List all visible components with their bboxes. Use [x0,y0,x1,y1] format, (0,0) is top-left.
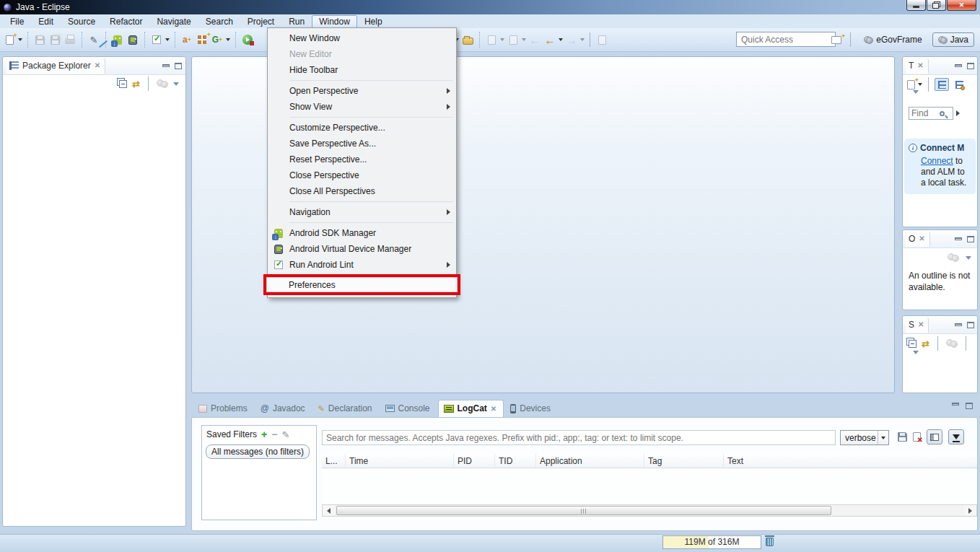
next-annotation-dropdown[interactable] [500,38,504,41]
save-button[interactable] [33,32,46,47]
tab-s-panel[interactable]: S ✕ [906,317,929,333]
focus-icon[interactable] [157,79,168,88]
maximize-panel-icon[interactable] [967,63,974,69]
close-tab-icon[interactable]: ✕ [918,320,924,328]
pencil-slash-button[interactable]: ✎ [87,32,100,47]
tab-task-list[interactable]: T ✕ [906,58,929,74]
close-button[interactable]: ✕ [947,0,976,11]
remove-filter-icon[interactable]: − [271,429,277,439]
menu-source[interactable]: Source [61,15,102,28]
menu-item-run-android-lint[interactable]: ✓Run Android Lint [268,257,456,273]
tab-logcat[interactable]: LogCat✕ [438,400,504,417]
perspective-egovframe-button[interactable]: eGovFrame [858,32,927,47]
minimize-panel-icon[interactable] [955,64,962,67]
menu-window[interactable]: Window [312,15,357,28]
link-with-editor-icon[interactable]: ⇄ [922,339,929,349]
new-task-dropdown[interactable] [918,83,922,86]
find-input[interactable] [911,108,937,118]
next-annotation-button[interactable] [485,32,498,47]
new-wizard-button[interactable]: + [3,32,16,47]
previous-annotation-dropdown[interactable] [522,38,526,41]
scroll-to-end-toggle[interactable] [948,429,964,444]
link-with-editor-button[interactable] [595,32,608,47]
link-with-editor-icon[interactable]: ⇄ [132,79,140,89]
view-menu-icon[interactable] [913,351,919,364]
garbage-collect-icon[interactable] [766,538,774,546]
tab-problems[interactable]: Problems [193,400,254,417]
menu-project[interactable]: Project [240,15,281,28]
maximize-panel-icon[interactable] [966,403,973,409]
forward-button[interactable]: → [565,32,578,47]
back-button[interactable]: ← [543,32,556,47]
perspective-java-button[interactable]: Java [932,32,974,47]
restore-button[interactable] [927,0,946,11]
android-sdk-manager-button[interactable] [111,32,124,47]
minimize-panel-icon[interactable] [952,403,959,406]
menu-run[interactable]: Run [281,15,312,28]
quick-access-input[interactable] [736,32,836,47]
column-application[interactable]: Application [536,454,644,468]
menu-item-new-window[interactable]: New Window [268,30,456,46]
connect-link[interactable]: Connect [921,156,953,166]
menu-item-reset-perspective[interactable]: Reset Perspective... [268,152,456,167]
new-xml-file-button[interactable]: a+ [180,32,193,47]
menu-search[interactable]: Search [198,15,240,28]
open-element-button[interactable] [461,32,474,47]
column-text[interactable]: Text [724,454,977,468]
tab-devices[interactable]: Devices [505,400,557,417]
menu-refactor[interactable]: Refactor [102,15,149,28]
view-menu-icon[interactable] [966,256,971,260]
menu-item-navigation[interactable]: Navigation [268,204,456,220]
minimize-panel-icon[interactable] [162,64,170,67]
scroll-right-icon[interactable] [964,505,976,516]
minimize-panel-icon[interactable] [955,323,962,326]
tab-package-explorer[interactable]: Package Explorer ✕ [6,58,105,74]
menu-file[interactable]: File [3,15,31,28]
open-perspective-button[interactable]: + [830,32,843,47]
horizontal-scrollbar[interactable] [322,504,977,517]
maximize-panel-icon[interactable] [175,63,182,69]
scheduled-view-button[interactable] [952,78,966,91]
new-project-dropdown[interactable] [226,38,230,41]
menu-item-save-perspective-as[interactable]: Save Perspective As... [268,136,456,152]
collapse-all-icon[interactable] [119,80,127,88]
save-all-button[interactable] [48,32,61,47]
column-pid[interactable]: PID [454,454,495,468]
display-saved-filters-toggle[interactable] [927,429,942,444]
scroll-left-icon[interactable] [323,505,335,516]
last-edit-location-button[interactable]: ← [528,32,541,47]
menu-item-android-sdk-manager[interactable]: Android SDK Manager [268,225,456,241]
export-log-icon[interactable] [898,432,907,442]
find-field[interactable] [909,107,953,120]
close-tab-icon[interactable]: ✕ [919,235,924,242]
tab-declaration[interactable]: ✎Declaration [313,400,379,417]
minimize-panel-icon[interactable] [955,237,962,240]
expand-right-icon[interactable] [956,110,960,116]
view-menu-icon[interactable] [913,90,919,104]
menu-item-close-all-perspectives[interactable]: Close All Perspectives [268,183,456,199]
menu-item-avd-manager[interactable]: Android Virtual Device Manager [268,241,456,257]
menu-item-customize-perspective[interactable]: Customize Perspective... [268,120,456,136]
menu-navigate[interactable]: Navigate [149,15,198,28]
avd-manager-button[interactable] [126,32,139,47]
menu-item-close-perspective[interactable]: Close Perspective [268,167,456,183]
new-project-button[interactable]: G+ [211,32,224,47]
focus-icon[interactable] [948,253,959,262]
menu-item-show-view[interactable]: Show View [268,99,456,115]
column-time[interactable]: Time [346,454,454,468]
run-lint-dropdown[interactable] [165,38,170,41]
focus-icon[interactable] [946,339,958,348]
collapse-all-icon[interactable] [909,340,916,348]
minimize-button[interactable] [906,0,926,11]
menu-edit[interactable]: Edit [31,15,61,28]
run-lint-button[interactable]: ✓ [150,32,163,47]
categorized-view-button[interactable] [935,78,949,91]
new-package-button[interactable]: + [196,32,209,47]
column-level[interactable]: L... [322,454,346,468]
view-menu-icon[interactable] [173,82,179,86]
log-level-select[interactable]: verbose [840,430,889,445]
menu-item-hide-toolbar[interactable]: Hide Toolbar [268,62,456,78]
tab-outline[interactable]: O ✕ [906,232,930,247]
previous-annotation-button[interactable] [507,32,520,47]
close-tab-icon[interactable]: ✕ [95,61,100,69]
